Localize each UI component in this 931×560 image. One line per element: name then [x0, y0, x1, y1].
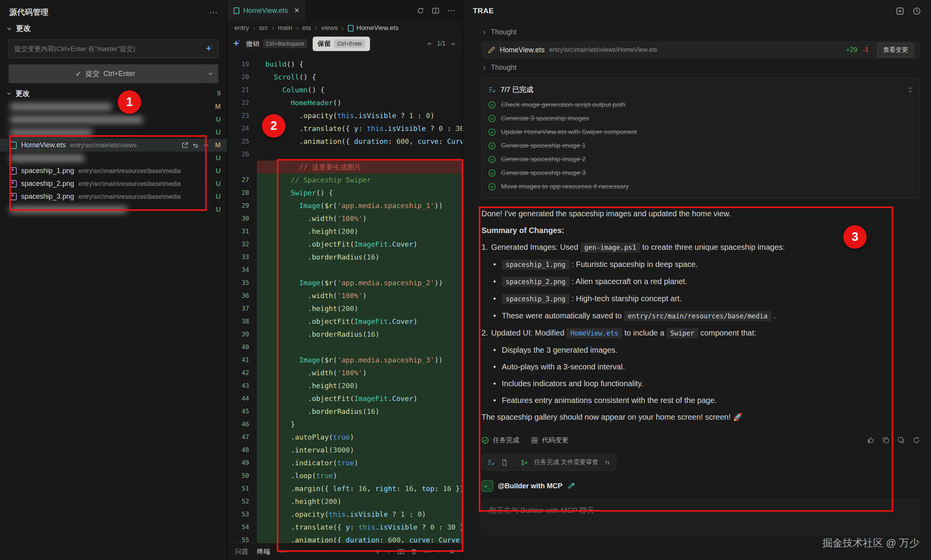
scm-section-label: 更改	[16, 23, 31, 34]
tab-problems[interactable]: 问题	[235, 547, 248, 556]
task-item: Generate 3 spaceship images	[488, 111, 913, 125]
line-number: 20	[227, 71, 257, 83]
commit-button-group: ✓ 提交 Ctrl+Enter	[9, 64, 218, 83]
file-change-card[interactable]: HomeView.ets entry\src\main\ets\views\Ho…	[481, 41, 920, 59]
diff-counter: 1/1	[437, 40, 446, 47]
annotation-badge-2: 2	[262, 114, 285, 138]
line-number: 40	[227, 341, 257, 353]
code-line[interactable]: 20 Scroll() {	[227, 71, 462, 83]
task-done-icon	[488, 142, 496, 150]
task-progress-label: 7/7 已完成	[501, 85, 533, 94]
collapse-icon[interactable]	[907, 87, 913, 93]
task-done-icon	[488, 115, 496, 122]
scm-file-row[interactable]: U	[0, 113, 227, 126]
scm-file-row[interactable]: M	[0, 100, 227, 113]
keep-kbd: Ctrl+Enter	[334, 39, 365, 48]
ai-sparkle-icon[interactable]	[205, 45, 212, 53]
annotation-box-2	[277, 159, 463, 552]
sync-icon[interactable]	[417, 7, 424, 14]
file-status-badge: U	[211, 167, 221, 175]
code-line[interactable]: 19 build() {	[227, 58, 462, 71]
line-number: 51	[227, 482, 257, 495]
commit-button[interactable]: ✓ 提交 Ctrl+Enter	[9, 64, 202, 83]
code-line[interactable]: 22 HomeHeader()	[227, 96, 462, 109]
more-actions-icon[interactable]: ⋯	[447, 6, 455, 15]
task-item: Generate spaceship image 3	[488, 166, 913, 180]
line-number: 31	[227, 225, 257, 238]
breadcrumb-item[interactable]: main	[278, 24, 292, 32]
line-number: 49	[227, 456, 257, 469]
code-text: .opacity(this.isVisible ? 1 : 0)	[257, 109, 462, 122]
thought-label: Thought	[491, 64, 517, 72]
code-text: .animation({ duration: 600, curve: Curve…	[257, 135, 462, 148]
task-list-header[interactable]: 7/7 已完成	[488, 81, 913, 98]
thought-toggle[interactable]: Thought	[481, 59, 920, 76]
keep-ai-edit-button[interactable]: 保留 Ctrl+Enter	[313, 37, 370, 51]
code-text: .translate({ y: this.isVisible ? 0 : 30 …	[257, 122, 462, 135]
split-editor-icon[interactable]	[432, 7, 439, 14]
task-done-icon	[488, 128, 496, 136]
thought-toggle[interactable]: Thought	[481, 23, 920, 41]
chevron-right-icon	[481, 30, 487, 35]
annotation-badge-3: 3	[843, 225, 867, 249]
annotation-box-3	[479, 207, 893, 512]
breadcrumb: entry›src›main›ets›views›HomeView.ets	[227, 21, 462, 35]
chat-title: TRAE	[473, 7, 494, 15]
regenerate-icon[interactable]	[913, 436, 920, 444]
file-status-badge: U	[211, 180, 221, 188]
new-chat-icon[interactable]	[896, 7, 904, 15]
line-number: 43	[227, 379, 257, 392]
undo-ai-edit-button[interactable]: 撤销 Ctrl+Backspace	[246, 39, 307, 48]
line-number: 19	[227, 58, 257, 71]
trae-ide-window: 源代码管理 ⋯ 更改 提交变更内容(Ctrl+Enter 在"master"提交…	[0, 0, 931, 560]
code-line[interactable]: 25 .animation({ duration: 600, curve: Cu…	[227, 135, 462, 148]
file-status-badge: U	[211, 193, 221, 201]
changed-file-path: entry\src\main\ets\views\HomeView.ets	[549, 46, 841, 53]
ai-diff-toolbar: 撤销 Ctrl+Backspace 保留 Ctrl+Enter 1/1	[227, 35, 462, 52]
code-text: HomeHeader()	[257, 96, 462, 109]
line-number: 23	[227, 109, 257, 122]
code-line[interactable]: 23 .opacity(this.isVisible ? 1 : 0)	[227, 109, 462, 122]
breadcrumb-item[interactable]: ets	[302, 24, 311, 32]
next-change-icon[interactable]	[450, 41, 456, 47]
history-icon[interactable]	[913, 7, 921, 15]
editor-tab-homeview[interactable]: HomeView.ets ×	[227, 0, 306, 21]
tab-label: HomeView.ets	[243, 7, 288, 15]
more-actions-icon[interactable]: ⋯	[209, 7, 218, 18]
view-changes-button[interactable]: 查看变更	[877, 43, 914, 57]
lines-added: +29	[846, 46, 857, 54]
line-number: 30	[227, 212, 257, 225]
annotation-badge-1: 1	[118, 90, 141, 114]
keep-label: 保留	[317, 39, 331, 48]
watermark: 掘金技术社区 @ 万少	[822, 536, 919, 550]
duplicate-icon[interactable]	[897, 436, 905, 444]
line-number: 52	[227, 495, 257, 508]
line-number: 48	[227, 443, 257, 456]
blurred-file-name	[10, 116, 143, 123]
task-done-icon	[488, 155, 496, 163]
line-number: 55	[227, 534, 257, 543]
breadcrumb-item[interactable]: src	[259, 24, 268, 32]
tab-close-icon[interactable]: ×	[294, 6, 299, 15]
chevron-down-icon	[6, 91, 12, 96]
commit-button-kbd: Ctrl+Enter	[103, 70, 135, 78]
code-line[interactable]: 21 Column() {	[227, 83, 462, 96]
breadcrumb-item[interactable]: entry	[234, 24, 249, 32]
annotation-number: 1	[126, 95, 133, 109]
line-number: 27	[227, 173, 257, 186]
breadcrumb-item[interactable]: HomeView.ets	[348, 24, 398, 32]
commit-message-input[interactable]: 提交变更内容(Ctrl+Enter 在"master"提交)	[9, 39, 218, 58]
check-icon: ✓	[75, 69, 81, 78]
chat-header: TRAE	[463, 0, 931, 22]
thought-label: Thought	[491, 28, 517, 36]
task-item: Check image generation script output pat…	[488, 98, 913, 111]
breadcrumb-item[interactable]: views	[321, 24, 338, 32]
breadcrumb-separator: ›	[296, 24, 299, 32]
edit-file-icon	[488, 46, 495, 54]
commit-dropdown-button[interactable]	[202, 64, 218, 83]
prev-change-icon[interactable]	[427, 41, 432, 47]
scm-section-changes[interactable]: 更改	[0, 21, 227, 36]
scm-changes-header[interactable]: 更改 9	[0, 87, 227, 100]
chevron-right-icon	[481, 65, 487, 71]
tab-terminal[interactable]: 终端	[257, 547, 270, 556]
